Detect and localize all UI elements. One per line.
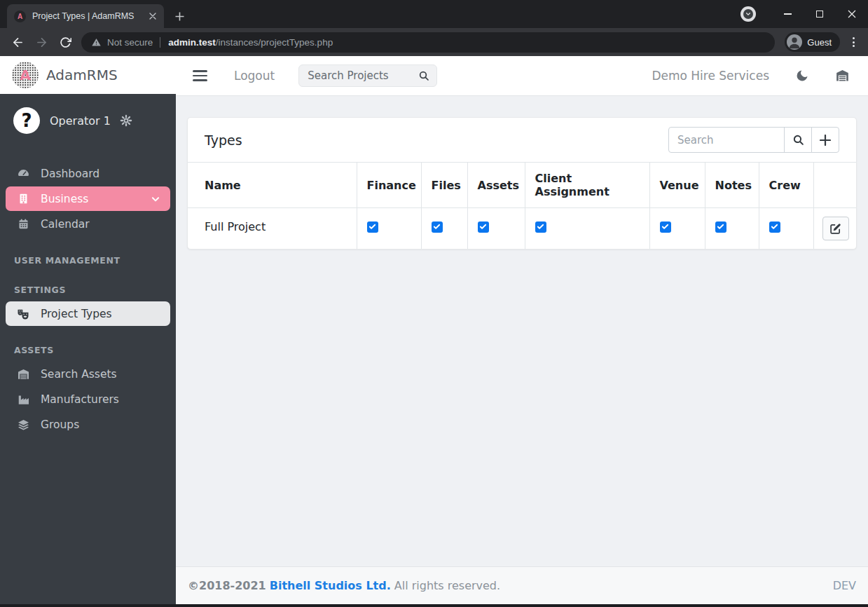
topbar-right: Demo Hire Services — [652, 69, 850, 83]
sidebar-item-business[interactable]: Business — [6, 186, 170, 211]
window-bottom-edge — [0, 604, 868, 607]
sidebar-item-label: Search Assets — [41, 368, 117, 381]
sidebar-item-calendar[interactable]: Calendar — [6, 212, 170, 236]
search-icon[interactable] — [418, 70, 429, 81]
app-footer: ©2018-2021 Bithell Studios Ltd. All righ… — [176, 566, 868, 604]
main-column: Logout Demo Hire Services — [176, 56, 868, 604]
types-table: Name Finance Files Assets Client Assignm… — [188, 162, 856, 249]
sidebar-nav: Dashboard Business Cal — [0, 161, 176, 437]
sidebar-item-label: Calendar — [41, 218, 90, 231]
security-label[interactable]: Not secure — [107, 37, 153, 48]
profile-avatar-icon — [787, 34, 802, 50]
sidebar-item-project-types[interactable]: Project Types — [6, 301, 170, 326]
browser-window: A Project Types | AdamRMS — [0, 0, 868, 607]
sidebar-item-label: Project Types — [41, 308, 112, 320]
sidebar-item-search-assets[interactable]: Search Assets — [6, 362, 170, 386]
add-type-button[interactable] — [811, 127, 839, 153]
reload-icon[interactable] — [55, 32, 76, 53]
omnibox-divider — [160, 37, 160, 48]
col-notes: Notes — [705, 163, 759, 208]
assets-warehouse-icon[interactable] — [835, 69, 850, 83]
sidebar-item-manufacturers[interactable]: Manufacturers — [6, 387, 170, 411]
url-host[interactable]: admin.test — [168, 37, 216, 48]
instance-name: Demo Hire Services — [652, 69, 769, 83]
cell-type-name: Full Project — [188, 208, 357, 250]
env-badge: DEV — [833, 579, 856, 592]
brand-header[interactable]: A AdamRMS — [0, 56, 176, 94]
app-topbar: Logout Demo Hire Services — [176, 56, 868, 96]
business-building-icon — [15, 192, 32, 205]
user-settings-gear-icon[interactable] — [120, 114, 132, 127]
page-content: Types — [176, 96, 868, 566]
close-button[interactable] — [836, 2, 868, 26]
user-name: Operator 1 — [50, 114, 111, 128]
finance-checkbox[interactable] — [367, 221, 378, 233]
client-assignment-checkbox[interactable] — [535, 221, 546, 233]
project-search-input[interactable] — [308, 69, 418, 82]
section-assets: ASSETS — [14, 345, 176, 355]
col-crew: Crew — [759, 163, 813, 208]
rights-text: All rights reserved. — [394, 579, 500, 592]
project-search[interactable] — [298, 64, 437, 87]
logout-link[interactable]: Logout — [234, 69, 275, 83]
factory-icon — [15, 393, 32, 406]
sidebar-item-label: Manufacturers — [41, 393, 119, 406]
new-tab-button[interactable] — [170, 6, 189, 26]
files-checkbox[interactable] — [432, 221, 443, 233]
col-files: Files — [421, 163, 467, 208]
table-search-button[interactable] — [784, 127, 812, 153]
assets-checkbox[interactable] — [478, 221, 489, 233]
venue-checkbox[interactable] — [660, 221, 671, 233]
table-header-row: Name Finance Files Assets Client Assignm… — [188, 163, 856, 208]
col-assets: Assets — [467, 163, 525, 208]
address-bar[interactable]: Not secure admin.test/instances/projectT… — [81, 32, 775, 53]
theater-masks-icon — [15, 308, 32, 320]
col-actions — [813, 163, 856, 208]
browser-menu-icon[interactable] — [844, 37, 862, 47]
company-link[interactable]: Bithell Studios Ltd. — [270, 579, 391, 592]
types-card: Types — [187, 117, 857, 250]
back-icon[interactable] — [7, 32, 28, 53]
chevron-down-icon — [151, 194, 160, 204]
forward-icon[interactable] — [31, 32, 52, 53]
card-header: Types — [188, 118, 856, 162]
dashboard-gauge-icon — [15, 167, 32, 180]
hamburger-menu-icon[interactable] — [193, 70, 207, 81]
brand-name: AdamRMS — [46, 67, 118, 83]
maximize-button[interactable] — [804, 2, 836, 26]
table-search-group — [668, 127, 839, 153]
sidebar-item-label: Groups — [41, 418, 79, 431]
layer-group-icon — [15, 418, 32, 431]
sidebar-item-groups[interactable]: Groups — [6, 412, 170, 437]
sidebar-item-label: Dashboard — [41, 168, 99, 180]
tab-close-icon[interactable] — [146, 11, 158, 22]
search-icon — [792, 134, 804, 146]
minimize-button[interactable] — [771, 2, 804, 26]
dark-mode-moon-icon[interactable] — [795, 69, 809, 83]
card-title: Types — [205, 132, 242, 148]
table-search-input[interactable] — [668, 127, 785, 153]
browser-tab[interactable]: A Project Types | AdamRMS — [7, 4, 164, 28]
browser-profile-button[interactable]: Guest — [785, 32, 840, 52]
window-controls — [740, 0, 868, 28]
warehouse-icon — [15, 368, 32, 381]
browser-tab-strip: A Project Types | AdamRMS — [0, 0, 868, 28]
browser-update-icon[interactable] — [740, 6, 756, 22]
col-venue: Venue — [649, 163, 705, 208]
table-row: Full Project — [188, 208, 856, 250]
not-secure-warning-icon — [91, 37, 102, 48]
crew-checkbox[interactable] — [769, 221, 780, 233]
url-path[interactable]: /instances/projectTypes.php — [216, 37, 333, 48]
edit-type-button[interactable] — [822, 217, 849, 240]
sidebar: A AdamRMS ? Operator 1 — [0, 56, 176, 604]
calendar-icon — [15, 217, 32, 231]
sidebar-item-dashboard[interactable]: Dashboard — [6, 161, 170, 186]
sidebar-item-label: Business — [41, 193, 88, 205]
copyright-text: ©2018-2021 — [188, 579, 266, 592]
edit-pencil-square-icon — [829, 223, 841, 235]
plus-icon — [820, 135, 831, 146]
user-row[interactable]: ? Operator 1 — [0, 94, 176, 142]
profile-label: Guest — [807, 37, 832, 48]
col-client-assignment: Client Assignment — [525, 163, 649, 208]
notes-checkbox[interactable] — [715, 221, 726, 233]
